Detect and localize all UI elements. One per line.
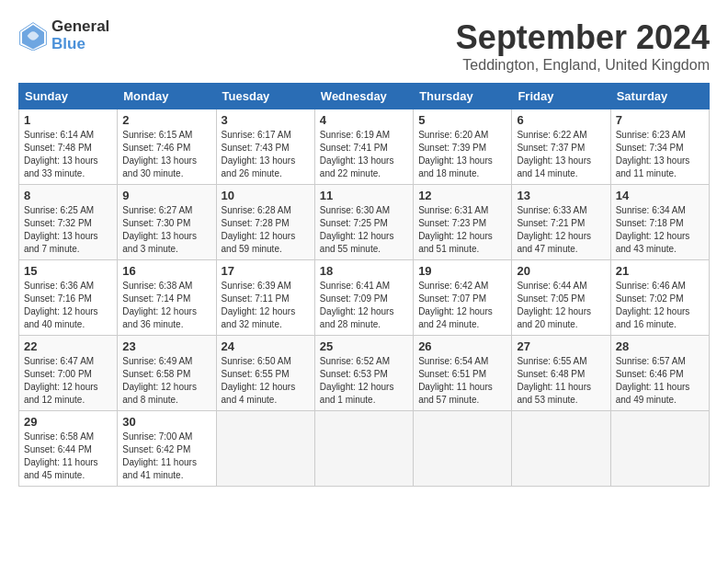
calendar-week-row: 29Sunrise: 6:58 AMSunset: 6:44 PMDayligh… <box>19 411 710 487</box>
calendar-day-cell: 18Sunrise: 6:41 AMSunset: 7:09 PMDayligh… <box>314 260 413 336</box>
location: Teddington, England, United Kingdom <box>456 57 710 74</box>
calendar-day-cell: 13Sunrise: 6:33 AMSunset: 7:21 PMDayligh… <box>512 185 610 260</box>
day-info: Sunrise: 6:55 AMSunset: 6:48 PMDaylight:… <box>517 355 605 407</box>
day-info: Sunrise: 6:30 AMSunset: 7:25 PMDaylight:… <box>320 204 408 256</box>
day-info: Sunrise: 6:19 AMSunset: 7:41 PMDaylight:… <box>320 129 408 180</box>
calendar-day-cell: 27Sunrise: 6:55 AMSunset: 6:48 PMDayligh… <box>512 336 610 411</box>
day-number: 12 <box>418 189 506 202</box>
day-number: 7 <box>616 113 704 127</box>
calendar-day-cell: 3Sunrise: 6:17 AMSunset: 7:43 PMDaylight… <box>216 109 314 185</box>
calendar-day-cell: 28Sunrise: 6:57 AMSunset: 6:46 PMDayligh… <box>610 336 709 411</box>
day-info: Sunrise: 7:00 AMSunset: 6:42 PMDaylight:… <box>122 431 210 482</box>
month-title: September 2024 <box>456 18 710 57</box>
weekday-header: Sunday <box>19 84 118 109</box>
empty-cell <box>314 411 413 487</box>
day-info: Sunrise: 6:57 AMSunset: 6:46 PMDaylight:… <box>616 355 704 407</box>
day-number: 8 <box>24 189 112 202</box>
calendar-day-cell: 5Sunrise: 6:20 AMSunset: 7:39 PMDaylight… <box>414 109 512 185</box>
day-info: Sunrise: 6:58 AMSunset: 6:44 PMDaylight:… <box>24 431 112 482</box>
day-number: 18 <box>320 264 408 278</box>
logo-icon <box>18 21 48 51</box>
calendar-day-cell: 19Sunrise: 6:42 AMSunset: 7:07 PMDayligh… <box>414 260 512 336</box>
day-info: Sunrise: 6:20 AMSunset: 7:39 PMDaylight:… <box>418 129 506 180</box>
calendar-day-cell: 4Sunrise: 6:19 AMSunset: 7:41 PMDaylight… <box>314 109 413 185</box>
weekday-header: Thursday <box>414 84 512 109</box>
day-number: 17 <box>222 264 310 278</box>
day-info: Sunrise: 6:38 AMSunset: 7:14 PMDaylight:… <box>122 280 210 331</box>
calendar-day-cell: 16Sunrise: 6:38 AMSunset: 7:14 PMDayligh… <box>118 260 216 336</box>
calendar-week-row: 22Sunrise: 6:47 AMSunset: 7:00 PMDayligh… <box>19 336 710 411</box>
calendar-day-cell: 30Sunrise: 7:00 AMSunset: 6:42 PMDayligh… <box>118 411 216 487</box>
calendar-day-cell: 21Sunrise: 6:46 AMSunset: 7:02 PMDayligh… <box>610 260 709 336</box>
day-info: Sunrise: 6:22 AMSunset: 7:37 PMDaylight:… <box>517 129 605 180</box>
day-info: Sunrise: 6:54 AMSunset: 6:51 PMDaylight:… <box>418 355 506 407</box>
day-number: 16 <box>122 264 210 278</box>
day-info: Sunrise: 6:46 AMSunset: 7:02 PMDaylight:… <box>616 280 704 331</box>
calendar-day-cell: 6Sunrise: 6:22 AMSunset: 7:37 PMDaylight… <box>512 109 610 185</box>
weekday-header-row: SundayMondayTuesdayWednesdayThursdayFrid… <box>19 84 710 109</box>
day-number: 10 <box>222 189 310 202</box>
calendar-table: SundayMondayTuesdayWednesdayThursdayFrid… <box>18 83 710 487</box>
day-number: 11 <box>320 189 408 202</box>
day-info: Sunrise: 6:44 AMSunset: 7:05 PMDaylight:… <box>517 280 605 331</box>
calendar-day-cell: 2Sunrise: 6:15 AMSunset: 7:46 PMDaylight… <box>118 109 216 185</box>
weekday-header: Wednesday <box>314 84 413 109</box>
day-number: 4 <box>320 113 408 127</box>
day-info: Sunrise: 6:27 AMSunset: 7:30 PMDaylight:… <box>122 204 210 256</box>
day-number: 30 <box>122 415 210 429</box>
day-number: 9 <box>122 189 210 202</box>
day-number: 25 <box>320 339 408 353</box>
calendar-day-cell: 17Sunrise: 6:39 AMSunset: 7:11 PMDayligh… <box>216 260 314 336</box>
calendar-day-cell: 7Sunrise: 6:23 AMSunset: 7:34 PMDaylight… <box>610 109 709 185</box>
day-info: Sunrise: 6:34 AMSunset: 7:18 PMDaylight:… <box>616 204 704 256</box>
weekday-header: Saturday <box>610 84 709 109</box>
day-info: Sunrise: 6:28 AMSunset: 7:28 PMDaylight:… <box>222 204 310 256</box>
day-info: Sunrise: 6:31 AMSunset: 7:23 PMDaylight:… <box>418 204 506 256</box>
calendar-day-cell: 15Sunrise: 6:36 AMSunset: 7:16 PMDayligh… <box>19 260 118 336</box>
day-info: Sunrise: 6:41 AMSunset: 7:09 PMDaylight:… <box>320 280 408 331</box>
weekday-header: Monday <box>118 84 216 109</box>
day-info: Sunrise: 6:33 AMSunset: 7:21 PMDaylight:… <box>517 204 605 256</box>
day-number: 2 <box>122 113 210 127</box>
day-number: 13 <box>517 189 605 202</box>
logo: General Blue <box>18 18 109 52</box>
day-info: Sunrise: 6:17 AMSunset: 7:43 PMDaylight:… <box>222 129 310 180</box>
day-info: Sunrise: 6:36 AMSunset: 7:16 PMDaylight:… <box>24 280 112 331</box>
day-number: 20 <box>517 264 605 278</box>
day-info: Sunrise: 6:50 AMSunset: 6:55 PMDaylight:… <box>222 355 310 407</box>
calendar-day-cell: 12Sunrise: 6:31 AMSunset: 7:23 PMDayligh… <box>414 185 512 260</box>
day-info: Sunrise: 6:52 AMSunset: 6:53 PMDaylight:… <box>320 355 408 407</box>
calendar-day-cell: 11Sunrise: 6:30 AMSunset: 7:25 PMDayligh… <box>314 185 413 260</box>
title-section: September 2024 Teddington, England, Unit… <box>456 18 710 74</box>
day-number: 19 <box>418 264 506 278</box>
day-info: Sunrise: 6:25 AMSunset: 7:32 PMDaylight:… <box>24 204 112 256</box>
day-number: 15 <box>24 264 112 278</box>
calendar-day-cell: 22Sunrise: 6:47 AMSunset: 7:00 PMDayligh… <box>19 336 118 411</box>
day-number: 5 <box>418 113 506 127</box>
day-info: Sunrise: 6:23 AMSunset: 7:34 PMDaylight:… <box>616 129 704 180</box>
day-number: 1 <box>24 113 112 127</box>
day-number: 27 <box>517 339 605 353</box>
day-info: Sunrise: 6:39 AMSunset: 7:11 PMDaylight:… <box>222 280 310 331</box>
day-info: Sunrise: 6:47 AMSunset: 7:00 PMDaylight:… <box>24 355 112 407</box>
day-number: 14 <box>616 189 704 202</box>
calendar-day-cell: 23Sunrise: 6:49 AMSunset: 6:58 PMDayligh… <box>118 336 216 411</box>
weekday-header: Friday <box>512 84 610 109</box>
calendar-day-cell: 29Sunrise: 6:58 AMSunset: 6:44 PMDayligh… <box>19 411 118 487</box>
calendar-day-cell: 20Sunrise: 6:44 AMSunset: 7:05 PMDayligh… <box>512 260 610 336</box>
calendar-week-row: 8Sunrise: 6:25 AMSunset: 7:32 PMDaylight… <box>19 185 710 260</box>
calendar-day-cell: 10Sunrise: 6:28 AMSunset: 7:28 PMDayligh… <box>216 185 314 260</box>
day-number: 29 <box>24 415 112 429</box>
day-info: Sunrise: 6:49 AMSunset: 6:58 PMDaylight:… <box>122 355 210 407</box>
calendar-day-cell: 26Sunrise: 6:54 AMSunset: 6:51 PMDayligh… <box>414 336 512 411</box>
day-info: Sunrise: 6:42 AMSunset: 7:07 PMDaylight:… <box>418 280 506 331</box>
day-number: 6 <box>517 113 605 127</box>
day-number: 3 <box>222 113 310 127</box>
day-info: Sunrise: 6:15 AMSunset: 7:46 PMDaylight:… <box>122 129 210 180</box>
empty-cell <box>512 411 610 487</box>
empty-cell <box>610 411 709 487</box>
calendar-day-cell: 25Sunrise: 6:52 AMSunset: 6:53 PMDayligh… <box>314 336 413 411</box>
empty-cell <box>414 411 512 487</box>
calendar-week-row: 15Sunrise: 6:36 AMSunset: 7:16 PMDayligh… <box>19 260 710 336</box>
empty-cell <box>216 411 314 487</box>
